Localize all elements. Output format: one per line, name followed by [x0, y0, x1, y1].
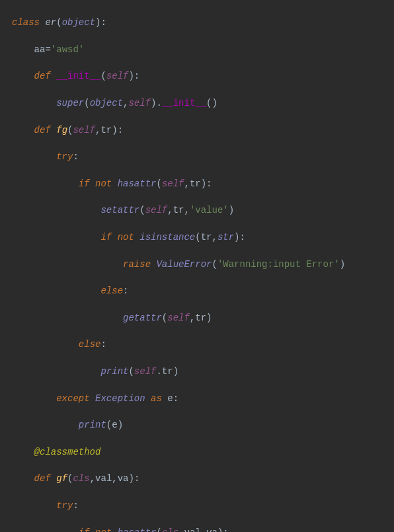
code-line: print(self.tr) [12, 365, 394, 378]
builtin: isinstance [139, 232, 195, 243]
decorator: @classmethod [34, 447, 101, 457]
builtin: hasattr [118, 527, 157, 532]
keyword-def: def [34, 125, 51, 135]
exception: Exception [95, 393, 145, 404]
code-line: if not isinstance(tr,str): [12, 231, 394, 244]
base-class: object [62, 17, 95, 28]
code-line: @classmethod [12, 445, 394, 459]
builtin: hasattr [118, 178, 157, 189]
keyword-else: else [79, 339, 101, 350]
method-name: __init__ [56, 71, 100, 81]
class-name: er [45, 17, 56, 28]
code-line: super(object,self).__init__() [12, 96, 394, 110]
arg: tr [195, 313, 206, 323]
op: = [45, 44, 50, 55]
builtin: print [100, 366, 128, 377]
code-line: raise ValueError('Warnning:input Error') [12, 258, 394, 271]
cls: cls [162, 527, 178, 532]
var: e [112, 420, 117, 430]
builtin: str [217, 232, 234, 243]
arg: va [206, 527, 217, 532]
builtin: object [90, 98, 123, 108]
self: self [145, 205, 168, 215]
self: self [128, 98, 151, 108]
self: self [167, 313, 190, 323]
keyword-raise: raise [123, 259, 151, 270]
keyword-if: if not [79, 178, 112, 189]
keyword-def: def [34, 473, 51, 484]
param: va [118, 473, 129, 484]
keyword-if: if not [79, 527, 112, 532]
code-line: if not hasattr(self,tr): [12, 177, 394, 190]
code-line: def __init__(self): [12, 69, 394, 83]
self: self [73, 125, 95, 135]
code-line: setattr(self,tr,'value') [12, 204, 394, 217]
keyword-try: try [56, 151, 73, 162]
code-line: else: [12, 338, 394, 351]
method-name: gf [56, 473, 67, 484]
param: val [95, 473, 112, 484]
exception: ValueError [156, 259, 212, 270]
keyword-except: except [56, 393, 89, 404]
arg: tr [201, 232, 212, 243]
arg: val [184, 527, 201, 532]
attr-name: aa [34, 44, 46, 55]
code-line: else: [12, 284, 394, 297]
param: tr [100, 125, 112, 135]
builtin: super [56, 98, 84, 108]
code-line: except Exception as e: [12, 392, 394, 405]
code-line: def gf(cls,val,va): [12, 472, 394, 485]
arg: tr [190, 178, 201, 189]
builtin: setattr [100, 205, 139, 215]
self: self [134, 366, 157, 377]
string: 'awsd' [51, 44, 84, 55]
code-line: class er(object): [12, 16, 394, 29]
code-line: print(e) [12, 418, 394, 432]
string: 'value' [190, 205, 229, 215]
builtin: print [79, 420, 106, 430]
arg: tr [173, 205, 184, 215]
keyword-class: class [12, 17, 40, 28]
self: self [162, 178, 184, 189]
code-line: try: [12, 499, 394, 512]
code-line: getattr(self,tr) [12, 311, 394, 324]
code-editor[interactable]: class er(object): aa='awsd' def __init__… [0, 3, 394, 532]
keyword-try: try [56, 500, 73, 511]
keyword-as: as [151, 393, 162, 404]
dunder: __init__ [162, 98, 206, 108]
method-name: fg [56, 125, 67, 135]
string: 'Warnning:input Error' [217, 259, 340, 270]
var: e [167, 393, 173, 404]
code-line: aa='awsd' [12, 43, 394, 56]
attr: tr [162, 366, 173, 377]
keyword-if: if not [100, 232, 134, 243]
code-line: def fg(self,tr): [12, 124, 394, 137]
builtin: getattr [123, 313, 162, 323]
self: self [106, 71, 129, 81]
code-line: if not hasattr(cls,val,va): [12, 526, 394, 532]
code-line: try: [12, 150, 394, 163]
keyword-else: else [100, 285, 123, 296]
keyword-def: def [34, 71, 51, 81]
cls: cls [73, 473, 89, 484]
